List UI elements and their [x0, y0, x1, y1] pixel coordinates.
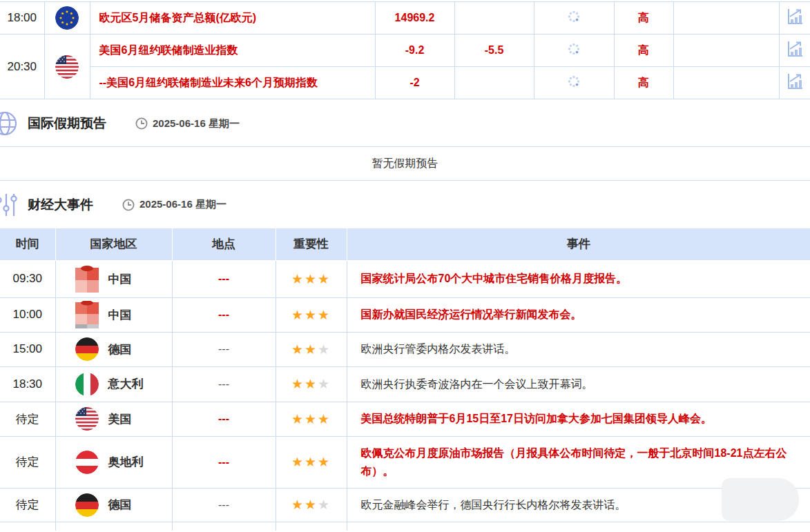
importance-stars: ★★★: [276, 488, 347, 522]
events-section-header: 财经大事件 2025-06-16 星期一: [0, 181, 810, 228]
econ-row[interactable]: 20:30 美国6月纽约联储制造业指数 -9.2 -5.5 高: [0, 35, 810, 67]
event-time: 待定: [0, 402, 55, 436]
event-country: 意大利: [108, 376, 144, 392]
star-icon: ★: [291, 272, 305, 286]
event-country: 中国: [108, 271, 132, 287]
header-event: 事件: [347, 228, 810, 260]
star-icon: ★: [305, 308, 318, 322]
events-table: 时间 国家地区 地点 重要性 事件 09:30 中国 --- ★★★ 国家统计局…: [0, 228, 810, 531]
clock-icon: [122, 199, 135, 211]
event-row[interactable]: 待定 德国 --- ★★★ 欧元金融峰会举行，德国央行行长内格尔将发表讲话。: [0, 488, 810, 522]
econ-row[interactable]: 18:00 欧元区5月储备资产总额(亿欧元) 14969.2 高: [0, 2, 810, 35]
event-row[interactable]: 18:30 意大利 --- ★★★ 欧洲央行执委奇波洛内在一个会议上致开幕词。: [0, 366, 810, 402]
flag-cn-pixelated: [75, 265, 99, 293]
star-icon: ★: [305, 272, 318, 286]
holiday-section-title: 国际假期预告: [28, 115, 106, 132]
econ-empty-cell: [673, 67, 779, 99]
star-icon: ★: [318, 342, 331, 357]
holiday-empty-message: 暂无假期预告: [0, 146, 810, 181]
chart-icon[interactable]: [779, 2, 810, 35]
flag-us: [44, 35, 90, 99]
holiday-date: 2025-06-16 星期一: [135, 117, 240, 130]
events-date: 2025-06-16 星期一: [122, 198, 226, 211]
header-country: 国家地区: [55, 228, 172, 260]
event-row[interactable]: 15:00 德国 --- ★★★ 欧洲央行管委内格尔发表讲话。: [0, 332, 810, 366]
flag-de: [75, 493, 99, 517]
importance-stars: ★★★: [276, 260, 347, 297]
event-time: 15:00: [0, 332, 55, 366]
flag-us: [75, 407, 99, 431]
event-row[interactable]: 09:30 中国 --- ★★★ 国家统计局公布70个大中城市住宅销售价格月度报…: [0, 260, 810, 297]
blurred-watermark: [722, 478, 799, 521]
event-location: ---: [172, 332, 276, 366]
loading-spinner-icon: [534, 2, 614, 35]
event-country: 德国: [108, 342, 132, 357]
econ-forecast: [454, 2, 534, 35]
event-text: 欧洲央行管委内格尔发表讲话。: [347, 332, 810, 366]
event-country: 奥地利: [108, 454, 144, 470]
star-icon: ★: [305, 412, 318, 426]
flag-at: [75, 451, 99, 474]
events-header-row: 时间 国家地区 地点 重要性 事件: [0, 228, 810, 260]
event-text: 国新办就国民经济运行情况举行新闻发布会。: [347, 297, 810, 332]
event-location: ---: [172, 488, 276, 522]
econ-empty-cell: [673, 35, 779, 67]
event-location: ---: [172, 366, 276, 402]
event-location: ---: [172, 297, 276, 332]
econ-indicator: --美国6月纽约联储制造业未来6个月预期指数: [90, 67, 375, 99]
importance-stars: ★★★: [276, 436, 347, 488]
economic-data-table: 18:00 欧元区5月储备资产总额(亿欧元) 14969.2 高 20:30 美…: [0, 1, 810, 99]
econ-empty-cell: [673, 2, 779, 35]
header-importance: 重要性: [276, 228, 347, 260]
econ-actual: 14969.2: [375, 2, 454, 35]
event-location: ---: [172, 402, 276, 436]
star-icon: ★: [318, 412, 331, 426]
star-icon: ★: [291, 497, 305, 512]
event-time: 待定: [0, 488, 55, 522]
loading-spinner-icon: [534, 67, 614, 99]
loading-spinner-icon: [534, 35, 614, 67]
star-icon: ★: [291, 455, 305, 469]
star-icon: ★: [318, 308, 331, 322]
event-row[interactable]: 待定 美国 --- ★★★ 美国总统特朗普于6月15日至17日访问加拿大参加七国…: [0, 402, 810, 436]
importance-stars: ★★★: [276, 332, 347, 366]
clock-icon: [135, 117, 148, 130]
econ-forecast: [454, 67, 534, 99]
event-time: 18:30: [0, 366, 55, 402]
event-text: 欧洲央行执委奇波洛内在一个会议上致开幕词。: [347, 366, 810, 402]
econ-time: 18:00: [0, 2, 44, 35]
event-row[interactable]: 待定 奥地利 --- ★★★ 欧佩克公布月度原油市场报告（月报具体公布时间待定，…: [0, 436, 810, 488]
header-location: 地点: [172, 228, 276, 260]
star-icon: ★: [318, 377, 331, 391]
events-section-title: 财经大事件: [28, 196, 93, 214]
flag-cn-pixelated: [75, 301, 99, 328]
econ-importance: 高: [614, 35, 673, 67]
event-country: 美国: [108, 411, 132, 427]
econ-time: 20:30: [0, 35, 44, 99]
star-icon: ★: [305, 455, 318, 469]
econ-importance: 高: [614, 67, 673, 99]
event-location: ---: [172, 436, 276, 488]
importance-stars: ★★★: [276, 297, 347, 332]
event-time: 09:30: [0, 260, 55, 297]
econ-actual: -2: [375, 67, 454, 99]
econ-importance: 高: [614, 2, 673, 35]
star-icon: ★: [318, 272, 331, 286]
star-icon: ★: [291, 377, 305, 391]
events-icon: [0, 192, 18, 218]
econ-indicator: 欧元区5月储备资产总额(亿欧元): [90, 2, 375, 35]
event-country: 中国: [108, 307, 132, 323]
star-icon: ★: [291, 342, 305, 357]
flag-it: [75, 373, 99, 396]
event-row[interactable]: 10:00 中国 --- ★★★ 国新办就国民经济运行情况举行新闻发布会。: [0, 297, 810, 332]
econ-row[interactable]: --美国6月纽约联储制造业未来6个月预期指数 -2 高: [0, 67, 810, 99]
chart-icon[interactable]: [779, 35, 810, 67]
star-icon: ★: [305, 497, 318, 512]
chart-icon[interactable]: [779, 67, 810, 99]
event-text: 国家统计局公布70个大中城市住宅销售价格月度报告。: [347, 260, 810, 297]
event-country: 德国: [108, 497, 132, 513]
event-location: ---: [172, 260, 276, 297]
star-icon: ★: [305, 377, 318, 391]
header-time: 时间: [0, 228, 55, 260]
star-icon: ★: [318, 497, 331, 512]
